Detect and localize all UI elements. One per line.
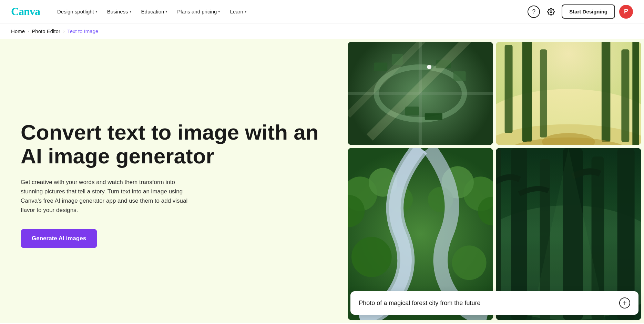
svg-text:Canva: Canva	[11, 5, 40, 17]
hero-image-grid: Photo of a magical forest city from the …	[348, 39, 644, 323]
nav-business[interactable]: Business ▾	[103, 6, 136, 17]
hero-section: Convert text to image with an AI image g…	[0, 39, 644, 323]
svg-point-36	[452, 245, 487, 280]
svg-point-1	[550, 11, 552, 13]
svg-rect-21	[602, 42, 611, 142]
breadcrumb-separator-2: ›	[63, 29, 64, 34]
breadcrumb-home[interactable]: Home	[11, 28, 25, 34]
svg-rect-19	[522, 42, 532, 142]
svg-rect-22	[621, 49, 629, 142]
prompt-overlay[interactable]: Photo of a magical forest city from the …	[350, 291, 638, 315]
nav-actions: ? Start Designing P	[527, 4, 633, 19]
breadcrumb-separator-1: ›	[28, 29, 29, 34]
settings-button[interactable]	[544, 5, 558, 18]
canva-logo[interactable]: Canva	[11, 5, 42, 19]
chevron-down-icon: ▾	[218, 9, 220, 14]
chevron-down-icon: ▾	[130, 9, 132, 14]
svg-rect-18	[505, 45, 513, 133]
breadcrumb-current: Text to Image	[67, 28, 98, 34]
image-aerial-city	[348, 42, 493, 145]
image-row-top	[348, 42, 641, 145]
help-icon: ?	[528, 6, 540, 18]
user-avatar[interactable]: P	[619, 5, 633, 19]
svg-point-12	[427, 65, 431, 69]
help-button[interactable]: ?	[527, 5, 540, 18]
breadcrumb: Home › Photo Editor › Text to Image	[0, 23, 644, 39]
svg-rect-20	[540, 49, 547, 138]
nav-links: Design spotlight ▾ Business ▾ Education …	[53, 6, 527, 17]
hero-left-panel: Convert text to image with an AI image g…	[0, 39, 348, 323]
prompt-text: Photo of a magical forest city from the …	[359, 300, 480, 307]
svg-rect-10	[405, 107, 419, 115]
chevron-down-icon: ▾	[165, 9, 167, 14]
prompt-add-button[interactable]: +	[619, 297, 630, 308]
hero-subtitle: Get creative with your words and watch t…	[21, 178, 193, 215]
image-misty-forest	[496, 42, 641, 145]
chevron-down-icon: ▾	[245, 9, 247, 14]
hero-title: Convert text to image with an AI image g…	[21, 121, 327, 168]
svg-rect-9	[453, 71, 466, 81]
gear-icon	[547, 8, 555, 16]
start-designing-button[interactable]: Start Designing	[562, 4, 615, 19]
svg-rect-23	[632, 42, 639, 145]
nav-learn[interactable]: Learn ▾	[226, 6, 251, 17]
nav-plans-pricing[interactable]: Plans and pricing ▾	[173, 6, 224, 17]
svg-rect-6	[374, 63, 387, 72]
breadcrumb-photo-editor[interactable]: Photo Editor	[32, 28, 60, 34]
generate-ai-images-button[interactable]: Generate AI images	[21, 229, 97, 248]
image-row-bottom: Photo of a magical forest city from the …	[348, 148, 641, 320]
navbar: Canva Design spotlight ▾ Business ▾ Educ…	[0, 0, 644, 23]
nav-education[interactable]: Education ▾	[137, 6, 172, 17]
chevron-down-icon: ▾	[95, 9, 98, 14]
nav-design-spotlight[interactable]: Design spotlight ▾	[53, 6, 102, 17]
svg-point-35	[351, 237, 392, 277]
svg-rect-11	[425, 113, 442, 120]
